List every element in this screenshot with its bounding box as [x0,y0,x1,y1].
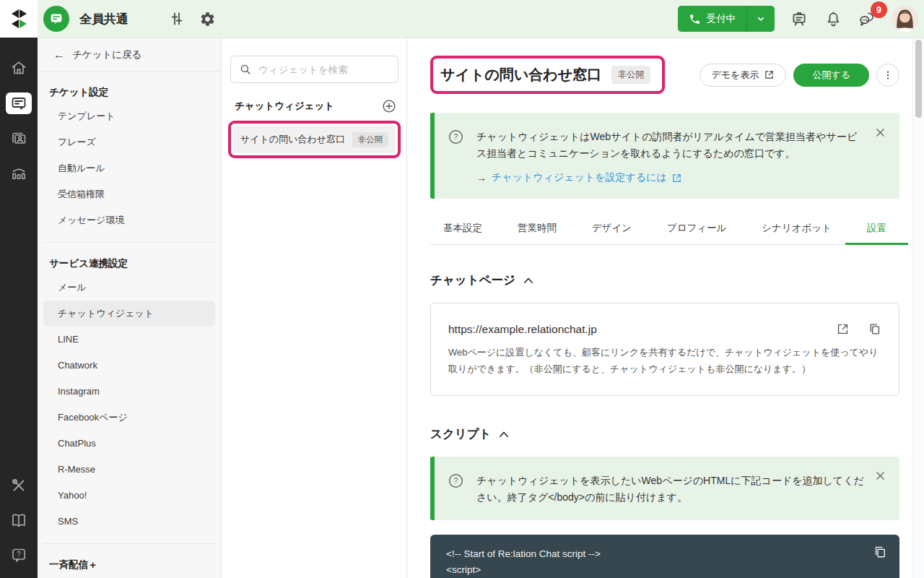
chat-page-description: Webページに設置しなくても、顧客にリンクを共有するだけで、チャットウィジェット… [448,345,881,378]
add-widget-icon[interactable] [382,99,396,113]
analytics-icon[interactable] [9,163,29,184]
widget-search-box[interactable] [230,56,398,83]
contacts-icon[interactable] [9,129,29,149]
sidebar-item-chatplus[interactable]: ChatPlus [38,431,221,457]
back-to-tickets-label: チケットに戻る [72,48,141,61]
arrow-glyph: → [476,172,487,184]
publish-button[interactable]: 公開する [793,64,869,87]
back-to-tickets-link[interactable]: ← チケットに戻る [38,38,221,72]
page-title: サイトの問い合わせ窓口 [440,65,601,85]
code-line: <script> [446,562,884,578]
availability-status-button[interactable]: 受付中 [678,6,747,32]
main-content: サイトの問い合わせ窓口 非公開 デモを表示 公開する [408,38,912,578]
embed-code-block: <!-- Start of Re:lation Chat script --> … [430,535,899,578]
app-logo[interactable] [0,0,38,38]
availability-dropdown-button[interactable] [747,6,775,32]
chevron-up-icon[interactable] [499,431,509,438]
sidebar-item-inbox-permissions[interactable]: 受信箱権限 [38,181,221,207]
banner-description: チャットウィジェットはWebサイトの訪問者がリアルタイムで営業担当者やサービス担… [476,129,865,162]
nav-rail: ? [0,0,38,578]
tab-design[interactable]: デザイン [589,222,635,244]
show-demo-button[interactable]: デモを表示 [699,64,786,87]
widget-item-status-badge: 非公開 [352,132,389,147]
sidebar-item-r-messe[interactable]: R-Messe [38,457,221,483]
script-banner-description: チャットウィジェットを表示したいWebページのHTMLに下記コードを追加してくだ… [476,473,865,506]
announcement-board-icon[interactable] [790,9,808,28]
banner-close-button[interactable] [872,468,888,484]
sidebar-divider [43,543,215,544]
sidebar-item-mail[interactable]: メール [38,275,221,301]
availability-status-label: 受付中 [707,12,736,25]
close-icon [874,470,886,482]
tab-business-hours[interactable]: 営業時間 [515,222,559,244]
widget-list-item[interactable]: サイトの問い合わせ窓口 非公開 [233,126,396,153]
search-icon [239,63,252,76]
external-link-icon [671,173,682,184]
scrollbar-thumb[interactable] [915,40,922,118]
script-info-banner: ? チャットウィジェットを表示したいWebページのHTMLに下記コードを追加して… [430,457,899,520]
close-icon [874,126,886,139]
kebab-menu-icon [882,69,894,81]
help-icon[interactable]: ? [9,545,29,565]
chat-page-card: https://example.relationchat.jp Webページに設… [430,303,899,396]
tickets-icon[interactable] [6,92,32,114]
notification-count-badge[interactable]: 9 [871,1,887,18]
tune-filter-icon[interactable] [167,9,186,28]
availability-split-button[interactable]: 受付中 [678,6,775,32]
tab-basic-settings[interactable]: 基本設定 [440,222,485,244]
settings-sidebar: ← チケットに戻る チケット設定 テンプレート フレーズ 自動ルール 受信箱権限… [38,38,222,578]
chevron-down-icon [755,13,767,25]
sidebar-item-chatwork[interactable]: Chatwork [38,353,221,379]
bell-icon[interactable] [824,9,842,28]
setup-guide-link[interactable]: チャットウィジェットを設定するには [492,171,682,184]
chevron-up-icon[interactable] [523,277,533,284]
main-scrollbar[interactable] [912,38,924,578]
sidebar-item-sms[interactable]: SMS [38,509,221,535]
sidebar-item-message-environment[interactable]: メッセージ環境 [38,207,221,233]
section-title-ticket-settings: チケット設定 [49,86,221,99]
external-link-icon [836,322,850,336]
chat-page-url[interactable]: https://example.relationchat.jp [448,323,836,336]
banner-close-button[interactable] [872,124,888,140]
open-url-button[interactable] [836,322,850,336]
tools-icon[interactable] [9,475,29,496]
tab-profile[interactable]: プロフィール [664,222,730,244]
section-title-broadcast[interactable]: 一斉配信＋ [49,558,221,571]
sidebar-item-line[interactable]: LINE [38,327,221,353]
sidebar-item-facebook-page[interactable]: Facebookページ [38,405,221,431]
workspace-title: 全員共通 [79,11,128,27]
section-title-service-integration: サービス連携設定 [49,257,221,270]
settings-tabs: 基本設定 営業時間 デザイン プロフィール シナリオボット 設置 [430,222,899,245]
back-arrow-icon: ← [53,48,65,61]
title-status-badge: 非公開 [611,66,650,84]
tab-scenario-bot[interactable]: シナリオボット [759,222,834,244]
annotation-highlight-title: サイトの問い合わせ窓口 非公開 [430,56,665,94]
question-circle-icon: ? [448,129,464,145]
sidebar-item-templates[interactable]: テンプレート [38,103,221,129]
show-demo-label: デモを表示 [711,69,759,82]
copy-code-button[interactable] [873,545,887,559]
widget-item-name: サイトの問い合わせ窓口 [240,133,352,146]
sidebar-item-instagram[interactable]: Instagram [38,379,221,405]
more-options-button[interactable] [876,64,899,87]
copy-icon [873,545,887,559]
chat-page-section-title: チャットページ [430,272,515,288]
workspace-avatar[interactable] [43,6,69,32]
sidebar-item-phrases[interactable]: フレーズ [38,129,221,155]
relation-logo-icon [8,8,30,30]
user-avatar[interactable] [892,6,918,33]
phone-icon [689,13,701,25]
home-icon[interactable] [9,58,29,78]
svg-text:?: ? [17,550,21,558]
widget-list-column: チャットウィジェット サイトの問い合わせ窓口 非公開 [222,38,407,578]
widget-search-input[interactable] [258,64,390,75]
manual-book-icon[interactable] [9,510,29,530]
sidebar-item-auto-rules[interactable]: 自動ルール [38,155,221,181]
sidebar-item-chat-widget[interactable]: チャットウィジェット [43,301,215,327]
sidebar-item-yahoo[interactable]: Yahoo! [38,483,221,509]
copy-url-button[interactable] [868,322,881,336]
widget-info-banner: ? チャットウィジェットはWebサイトの訪問者がリアルタイムで営業担当者やサービ… [430,113,899,199]
svg-text:?: ? [454,132,458,141]
tab-installation[interactable]: 設置 [864,222,889,244]
gear-icon[interactable] [198,9,217,28]
